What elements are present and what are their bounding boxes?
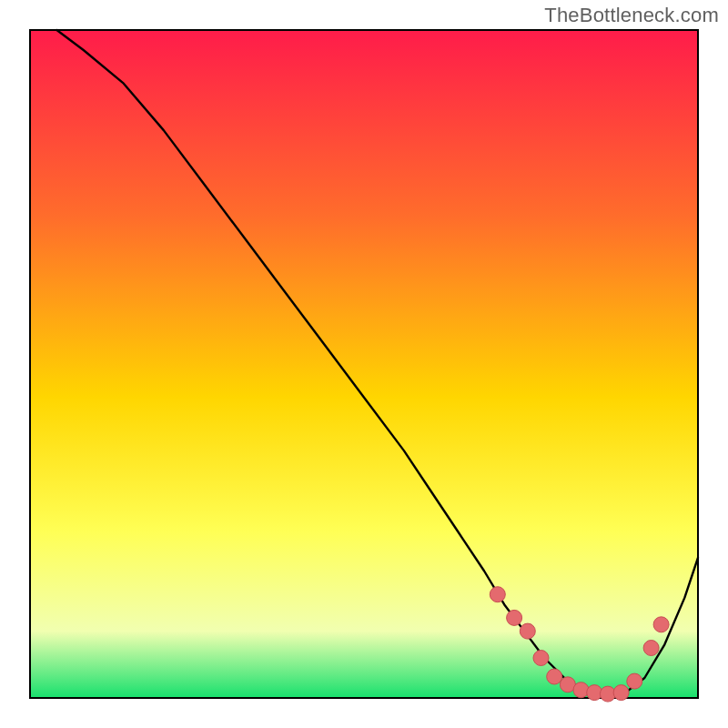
watermark-text: TheBottleneck.com xyxy=(544,4,719,27)
chart-container: TheBottleneck.com xyxy=(0,0,728,728)
marker-dot xyxy=(627,673,642,689)
marker-dot xyxy=(613,685,629,701)
marker-dot xyxy=(547,669,562,684)
marker-dot xyxy=(533,651,549,666)
marker-dot xyxy=(653,617,669,632)
bottleneck-curve-chart xyxy=(0,0,728,728)
marker-dot xyxy=(520,623,535,639)
marker-dot xyxy=(490,587,505,602)
marker-dot xyxy=(643,641,659,656)
marker-dot xyxy=(573,682,589,698)
marker-dot xyxy=(507,610,522,625)
plot-background xyxy=(30,30,698,698)
